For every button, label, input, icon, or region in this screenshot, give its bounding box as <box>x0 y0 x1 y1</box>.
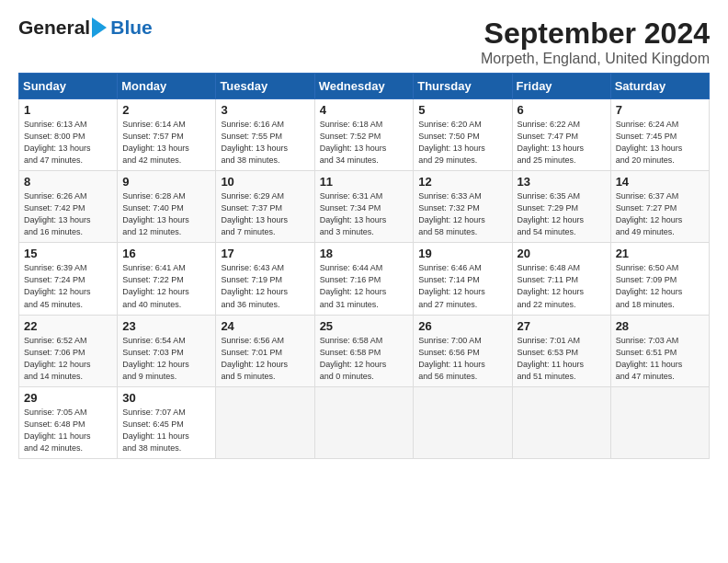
title-block: September 2024 Morpeth, England, United … <box>481 17 710 67</box>
day-number: 14 <box>616 175 704 189</box>
calendar-header-row: Sunday Monday Tuesday Wednesday Thursday… <box>19 74 710 99</box>
calendar-cell: 20Sunrise: 6:48 AM Sunset: 7:11 PM Dayli… <box>512 243 610 315</box>
calendar-cell: 3Sunrise: 6:16 AM Sunset: 7:55 PM Daylig… <box>216 99 314 171</box>
day-info: Sunrise: 6:37 AM Sunset: 7:27 PM Dayligh… <box>616 190 704 238</box>
calendar-subtitle: Morpeth, England, United Kingdom <box>481 51 710 67</box>
logo-blue-row: Blue <box>110 17 153 39</box>
day-info: Sunrise: 7:05 AM Sunset: 6:48 PM Dayligh… <box>24 407 112 454</box>
day-number: 13 <box>518 175 606 189</box>
calendar-cell: 1Sunrise: 6:13 AM Sunset: 8:00 PM Daylig… <box>19 99 118 171</box>
day-number: 26 <box>418 319 506 333</box>
day-info: Sunrise: 6:14 AM Sunset: 7:57 PM Dayligh… <box>122 119 210 167</box>
day-info: Sunrise: 6:22 AM Sunset: 7:47 PM Dayligh… <box>518 119 606 167</box>
day-info: Sunrise: 6:35 AM Sunset: 7:29 PM Dayligh… <box>518 190 606 238</box>
calendar-cell: 18Sunrise: 6:44 AM Sunset: 7:16 PM Dayli… <box>314 243 414 315</box>
day-number: 1 <box>24 103 112 117</box>
col-tuesday: Tuesday <box>216 74 314 99</box>
day-number: 2 <box>122 103 210 117</box>
day-info: Sunrise: 6:54 AM Sunset: 7:03 PM Dayligh… <box>122 335 210 383</box>
calendar-title: September 2024 <box>481 17 710 51</box>
day-number: 16 <box>122 247 210 260</box>
calendar-cell: 2Sunrise: 6:14 AM Sunset: 7:57 PM Daylig… <box>118 99 216 171</box>
calendar-cell: 7Sunrise: 6:24 AM Sunset: 7:45 PM Daylig… <box>610 99 709 171</box>
calendar-cell: 26Sunrise: 7:00 AM Sunset: 6:56 PM Dayli… <box>414 315 512 386</box>
day-info: Sunrise: 7:03 AM Sunset: 6:51 PM Dayligh… <box>616 335 704 383</box>
day-number: 12 <box>418 175 506 189</box>
day-info: Sunrise: 6:13 AM Sunset: 8:00 PM Dayligh… <box>24 119 112 167</box>
day-info: Sunrise: 6:46 AM Sunset: 7:14 PM Dayligh… <box>418 262 506 310</box>
day-info: Sunrise: 6:41 AM Sunset: 7:22 PM Dayligh… <box>122 262 210 310</box>
day-info: Sunrise: 6:26 AM Sunset: 7:42 PM Dayligh… <box>24 190 112 238</box>
day-info: Sunrise: 6:16 AM Sunset: 7:55 PM Dayligh… <box>221 119 309 167</box>
day-info: Sunrise: 6:43 AM Sunset: 7:19 PM Dayligh… <box>221 262 309 310</box>
page: General Blue September 2024 Morpeth, Eng… <box>0 0 728 468</box>
calendar-cell: 19Sunrise: 6:46 AM Sunset: 7:14 PM Dayli… <box>414 243 512 315</box>
logo: General Blue <box>18 17 153 39</box>
day-number: 10 <box>221 175 309 189</box>
day-info: Sunrise: 6:56 AM Sunset: 7:01 PM Dayligh… <box>221 335 309 383</box>
day-number: 5 <box>418 103 506 117</box>
day-number: 27 <box>518 319 606 333</box>
calendar-week-4: 22Sunrise: 6:52 AM Sunset: 7:06 PM Dayli… <box>19 315 710 386</box>
day-info: Sunrise: 6:50 AM Sunset: 7:09 PM Dayligh… <box>616 262 704 310</box>
day-number: 24 <box>221 319 309 333</box>
day-info: Sunrise: 6:28 AM Sunset: 7:40 PM Dayligh… <box>122 190 210 238</box>
col-saturday: Saturday <box>610 74 709 99</box>
calendar-cell <box>216 386 314 458</box>
header: General Blue September 2024 Morpeth, Eng… <box>18 17 710 67</box>
day-info: Sunrise: 6:52 AM Sunset: 7:06 PM Dayligh… <box>24 335 112 383</box>
day-number: 4 <box>320 103 409 117</box>
day-number: 15 <box>24 247 112 260</box>
calendar-cell: 25Sunrise: 6:58 AM Sunset: 6:58 PM Dayli… <box>314 315 414 386</box>
col-monday: Monday <box>118 74 216 99</box>
calendar-table: Sunday Monday Tuesday Wednesday Thursday… <box>18 73 710 459</box>
day-number: 19 <box>418 247 506 260</box>
col-thursday: Thursday <box>414 74 512 99</box>
calendar-cell: 13Sunrise: 6:35 AM Sunset: 7:29 PM Dayli… <box>512 171 610 243</box>
calendar-cell: 17Sunrise: 6:43 AM Sunset: 7:19 PM Dayli… <box>216 243 314 315</box>
calendar-cell <box>414 386 512 458</box>
day-info: Sunrise: 7:00 AM Sunset: 6:56 PM Dayligh… <box>418 335 506 383</box>
calendar-cell: 27Sunrise: 7:01 AM Sunset: 6:53 PM Dayli… <box>512 315 610 386</box>
calendar-cell: 5Sunrise: 6:20 AM Sunset: 7:50 PM Daylig… <box>414 99 512 171</box>
calendar-cell: 30Sunrise: 7:07 AM Sunset: 6:45 PM Dayli… <box>118 386 216 458</box>
calendar-cell <box>314 386 414 458</box>
day-number: 11 <box>320 175 409 189</box>
day-number: 22 <box>24 319 112 333</box>
day-info: Sunrise: 6:48 AM Sunset: 7:11 PM Dayligh… <box>518 262 606 310</box>
calendar-cell: 24Sunrise: 6:56 AM Sunset: 7:01 PM Dayli… <box>216 315 314 386</box>
calendar-cell: 4Sunrise: 6:18 AM Sunset: 7:52 PM Daylig… <box>314 99 414 171</box>
calendar-cell <box>512 386 610 458</box>
day-number: 18 <box>320 247 409 260</box>
day-info: Sunrise: 6:44 AM Sunset: 7:16 PM Dayligh… <box>320 262 409 310</box>
calendar-week-5: 29Sunrise: 7:05 AM Sunset: 6:48 PM Dayli… <box>19 386 710 458</box>
calendar-cell: 16Sunrise: 6:41 AM Sunset: 7:22 PM Dayli… <box>118 243 216 315</box>
day-number: 23 <box>122 319 210 333</box>
day-info: Sunrise: 6:31 AM Sunset: 7:34 PM Dayligh… <box>320 190 409 238</box>
day-number: 29 <box>24 391 112 405</box>
day-number: 3 <box>221 103 309 117</box>
day-info: Sunrise: 6:18 AM Sunset: 7:52 PM Dayligh… <box>320 119 409 167</box>
calendar-cell <box>610 386 709 458</box>
calendar-cell: 15Sunrise: 6:39 AM Sunset: 7:24 PM Dayli… <box>19 243 118 315</box>
day-number: 21 <box>616 247 704 260</box>
day-info: Sunrise: 6:58 AM Sunset: 6:58 PM Dayligh… <box>320 335 409 383</box>
day-number: 9 <box>122 175 210 189</box>
day-info: Sunrise: 7:01 AM Sunset: 6:53 PM Dayligh… <box>518 335 606 383</box>
day-info: Sunrise: 6:39 AM Sunset: 7:24 PM Dayligh… <box>24 262 112 310</box>
calendar-cell: 28Sunrise: 7:03 AM Sunset: 6:51 PM Dayli… <box>610 315 709 386</box>
day-number: 30 <box>122 391 210 405</box>
calendar-cell: 8Sunrise: 6:26 AM Sunset: 7:42 PM Daylig… <box>19 171 118 243</box>
day-number: 28 <box>616 319 704 333</box>
day-info: Sunrise: 6:20 AM Sunset: 7:50 PM Dayligh… <box>418 119 506 167</box>
day-info: Sunrise: 6:24 AM Sunset: 7:45 PM Dayligh… <box>616 119 704 167</box>
day-number: 25 <box>320 319 409 333</box>
calendar-cell: 6Sunrise: 6:22 AM Sunset: 7:47 PM Daylig… <box>512 99 610 171</box>
day-number: 7 <box>616 103 704 117</box>
col-friday: Friday <box>512 74 610 99</box>
calendar-cell: 22Sunrise: 6:52 AM Sunset: 7:06 PM Dayli… <box>19 315 118 386</box>
calendar-cell: 14Sunrise: 6:37 AM Sunset: 7:27 PM Dayli… <box>610 171 709 243</box>
col-sunday: Sunday <box>19 74 118 99</box>
day-info: Sunrise: 6:29 AM Sunset: 7:37 PM Dayligh… <box>221 190 309 238</box>
day-number: 8 <box>24 175 112 189</box>
